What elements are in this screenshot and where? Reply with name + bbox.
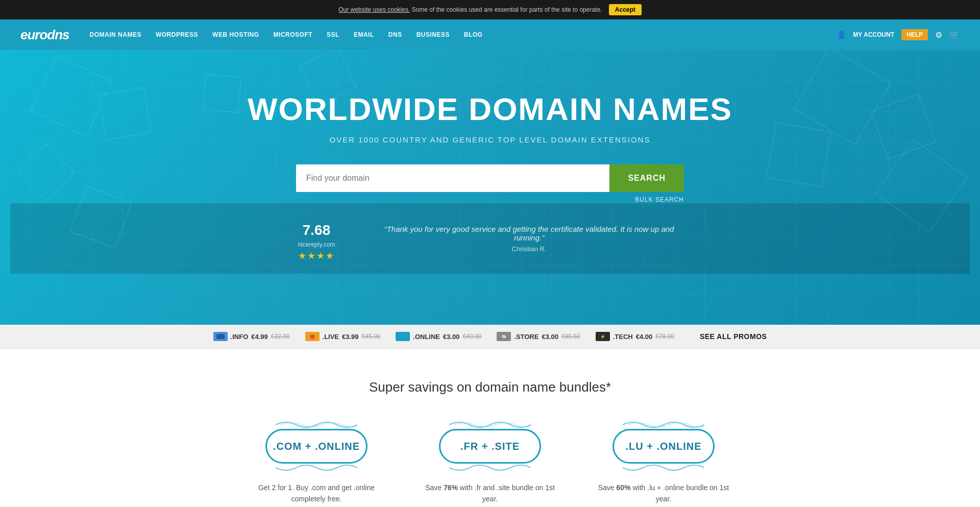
bundles-grid: .COM + .ONLINE Get 2 for 1. Buy .com and… <box>20 421 960 505</box>
online-price: €3.00 <box>443 333 460 341</box>
promo-bar: .INFO €4.99 €32.00 🔴 .LIVE €3.99 €45.00 … <box>0 325 980 349</box>
rating-band: 7.68 nicereply.com ★★★★ “Thank you for v… <box>10 203 970 274</box>
bulk-search-link[interactable]: BULK SEARCH <box>296 196 684 203</box>
promo-info: .INFO €4.99 €32.00 <box>213 332 290 341</box>
nav-right: 👤 MY ACCOUNT HELP ⚙ 🛒 <box>837 29 960 40</box>
bundle-card-lu-online: .LU + .ONLINE Save 60% with .lu + .onlin… <box>592 421 735 505</box>
cookie-banner: Our website uses cookies. Some of the co… <box>0 0 980 19</box>
live-price: €3.99 <box>342 333 359 341</box>
settings-icon[interactable]: ⚙ <box>935 30 942 40</box>
testimonial-block: “Thank you for very good service and get… <box>376 225 682 253</box>
nav-blog[interactable]: BLOG <box>464 31 483 38</box>
promo-store: 🛍 .STORE €3.00 €80.50 <box>497 332 580 341</box>
cookie-text: Our website uses cookies. Some of the co… <box>338 6 604 13</box>
testimonial-text: “Thank you for very good service and get… <box>376 225 682 242</box>
search-button[interactable]: SEARCH <box>609 164 684 192</box>
bundle-badge-com-online[interactable]: .COM + .ONLINE <box>260 421 373 472</box>
online-icon: 🌐 <box>396 332 410 341</box>
cookie-link[interactable]: Our website uses cookies. <box>338 6 410 13</box>
bundle-desc-lu-online: Save 60% with .lu + .online bundle on 1s… <box>592 482 735 505</box>
info-icon <box>213 332 228 341</box>
store-old-price: €80.50 <box>561 333 580 340</box>
bundle-card-com-online: .COM + .ONLINE Get 2 for 1. Buy .com and… <box>245 421 388 505</box>
logo[interactable]: euroDNS <box>20 27 69 43</box>
online-tld: .ONLINE <box>413 333 440 341</box>
promo-tech: ⚡ .TECH €4.00 €78.00 <box>596 332 674 341</box>
wave-top-fr-icon <box>449 420 531 430</box>
promo-live: 🔴 .LIVE €3.99 €45.00 <box>305 332 381 341</box>
rating-source: nicereply.com <box>298 241 335 248</box>
tech-price: €4.00 <box>636 333 653 341</box>
nav-microsoft[interactable]: MICROSOFT <box>274 31 313 38</box>
bundle-oval-text-fr-site: .FR + .SITE <box>460 441 520 452</box>
domain-search-bar: SEARCH <box>296 164 684 192</box>
nav-links: DOMAIN NAMES WORDPRESS WEB HOSTING MICRO… <box>90 31 838 38</box>
hero-section: WORLDWIDE DOMAIN NAMES OVER 1000 COUNTRY… <box>0 50 980 325</box>
store-tld: .STORE <box>514 333 538 341</box>
svg-rect-1 <box>216 334 225 339</box>
testimonial-author: Christian R. <box>376 245 682 253</box>
store-price: €3.00 <box>542 333 558 341</box>
nav-web-hosting[interactable]: WEB HOSTING <box>212 31 259 38</box>
wave-bottom-lu-icon <box>623 463 704 473</box>
star-rating: ★★★★ <box>298 250 335 261</box>
bundle-desc-fr-site: Save 76% with .fr and .site bundle on 1s… <box>419 482 561 505</box>
bundle-card-fr-site: .FR + .SITE Save 76% with .fr and .site … <box>419 421 561 505</box>
wave-top-icon <box>276 420 357 430</box>
wave-top-lu-icon <box>623 420 704 430</box>
info-price: €4.99 <box>251 333 268 341</box>
nav-dns[interactable]: DNS <box>388 31 402 38</box>
user-icon: 👤 <box>837 31 846 39</box>
tech-icon: ⚡ <box>596 332 610 341</box>
nav-email[interactable]: EMAIL <box>354 31 374 38</box>
bundle-oval-com-online: .COM + .ONLINE <box>265 429 368 464</box>
bundle-oval-text-lu-online: .LU + .ONLINE <box>625 441 701 452</box>
help-button[interactable]: HELP <box>901 29 928 40</box>
nav-domain-names[interactable]: DOMAIN NAMES <box>90 31 141 38</box>
store-icon: 🛍 <box>497 332 511 341</box>
info-tld: .INFO <box>231 333 249 341</box>
wave-bottom-fr-icon <box>449 463 531 473</box>
navbar: euroDNS DOMAIN NAMES WORDPRESS WEB HOSTI… <box>0 19 980 50</box>
hero-subtitle: OVER 1000 COUNTRY AND GENERIC TOP LEVEL … <box>10 135 970 144</box>
info-old-price: €32.00 <box>271 333 290 340</box>
see-all-promos-link[interactable]: SEE ALL PROMOS <box>700 332 767 341</box>
my-account-link[interactable]: MY ACCOUNT <box>853 31 894 38</box>
bundle-oval-fr-site: .FR + .SITE <box>439 429 541 464</box>
bundle-badge-lu-online[interactable]: .LU + .ONLINE <box>607 421 720 472</box>
rating-score: 7.68 <box>298 215 335 240</box>
nav-ssl[interactable]: SSL <box>327 31 339 38</box>
accept-cookies-button[interactable]: Accept <box>609 4 642 15</box>
bundle-badge-fr-site[interactable]: .FR + .SITE <box>434 421 546 472</box>
tech-tld: .TECH <box>613 333 633 341</box>
live-old-price: €45.00 <box>362 333 381 340</box>
nav-business[interactable]: BUSINESS <box>416 31 450 38</box>
bundle-oval-lu-online: .LU + .ONLINE <box>612 429 715 464</box>
nav-wordpress[interactable]: WORDPRESS <box>156 31 198 38</box>
promo-online: 🌐 .ONLINE €3.00 €49.00 <box>396 332 481 341</box>
live-icon: 🔴 <box>305 332 320 341</box>
bundle-desc-com-online: Get 2 for 1. Buy .com and get .online co… <box>245 482 388 505</box>
hero-title: WORLDWIDE DOMAIN NAMES <box>10 91 970 127</box>
bundles-title: Super savings on domain name bundles* <box>20 379 960 395</box>
geo-shape-5 <box>17 143 75 201</box>
tech-old-price: €78.00 <box>655 333 674 340</box>
online-old-price: €49.00 <box>463 333 482 340</box>
wave-bottom-icon <box>276 463 357 473</box>
rating-widget: 7.68 nicereply.com ★★★★ <box>298 215 335 261</box>
domain-search-input[interactable] <box>296 164 609 192</box>
bundles-section: Super savings on domain name bundles* .C… <box>0 349 980 507</box>
geo-shape-6 <box>766 122 831 187</box>
live-tld: .LIVE <box>323 333 339 341</box>
cart-icon[interactable]: 🛒 <box>949 30 960 40</box>
bundle-oval-text-com-online: .COM + .ONLINE <box>273 441 360 452</box>
